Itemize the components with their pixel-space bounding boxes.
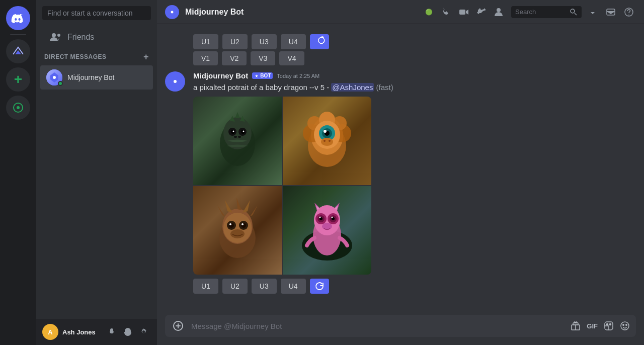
gift-button[interactable] — [569, 319, 583, 333]
svg-point-21 — [238, 136, 241, 138]
svg-point-20 — [234, 136, 237, 138]
svg-point-70 — [610, 324, 611, 325]
react-button[interactable] — [588, 73, 602, 87]
sticker-button[interactable] — [602, 319, 616, 333]
message-mention[interactable]: @AshJones — [331, 83, 374, 92]
bot-label: BOT — [260, 73, 271, 78]
svg-rect-6 — [459, 10, 465, 15]
svg-point-73 — [626, 324, 627, 325]
message-text: a pixalted potrait of a baby dragon --v … — [193, 82, 636, 93]
gif-button[interactable]: GIF — [585, 319, 600, 333]
refresh-button-main[interactable] — [310, 279, 329, 294]
svg-point-64 — [629, 79, 631, 81]
svg-point-35 — [324, 140, 326, 142]
svg-point-5 — [171, 11, 174, 13]
svg-point-4 — [53, 76, 56, 79]
u1-button-prev[interactable]: U1 — [193, 34, 218, 49]
svg-point-46 — [230, 229, 245, 238]
svg-point-3 — [57, 34, 60, 37]
refresh-button-prev[interactable] — [310, 34, 329, 49]
dm-user-midjourney[interactable]: Midjourney Bot — [40, 65, 153, 90]
friends-label: Friends — [67, 33, 94, 42]
inbox-button[interactable] — [604, 5, 618, 19]
discord-home-button[interactable] — [6, 6, 30, 30]
u3-button-prev[interactable]: U3 — [252, 34, 277, 49]
bottom-user-info: Ash Jones — [62, 328, 101, 336]
svg-point-45 — [242, 223, 244, 225]
message-text-main: a pixalted potrait of a baby dragon --v … — [193, 83, 331, 92]
v1-button[interactable]: V1 — [193, 51, 218, 65]
prev-message: U1 U2 U3 U4 V1 V2 V3 V4 — [157, 32, 644, 69]
svg-point-61 — [596, 79, 597, 80]
channel-name: Midjourney Bot — [185, 8, 419, 17]
u3-button-main[interactable]: U3 — [252, 279, 277, 294]
image-grid — [193, 97, 371, 275]
u4-button-prev[interactable]: U4 — [281, 34, 306, 49]
channel-icon — [165, 5, 179, 19]
chat-area: Midjourney Bot 🟢 — [157, 0, 644, 345]
bot-avatar — [165, 71, 185, 92]
dm-section-label: DIRECT MESSAGES — [44, 53, 107, 60]
svg-point-43 — [241, 223, 246, 228]
svg-point-8 — [571, 9, 575, 13]
svg-point-72 — [623, 324, 624, 325]
attach-button[interactable] — [169, 315, 187, 337]
svg-point-7 — [497, 8, 501, 12]
emoji-button[interactable] — [618, 319, 632, 333]
message-input[interactable] — [191, 316, 565, 336]
dm-user-name: Midjourney Bot — [67, 73, 114, 81]
reply-button[interactable] — [604, 73, 618, 87]
add-member-button[interactable] — [493, 5, 507, 19]
explore-button[interactable] — [6, 96, 30, 120]
u2-button-main[interactable]: U2 — [222, 279, 248, 294]
dm-user-avatar — [46, 69, 62, 85]
call-button[interactable] — [439, 5, 453, 19]
v2-button[interactable]: V2 — [222, 51, 247, 65]
deafen-button[interactable] — [121, 325, 135, 339]
svg-point-57 — [332, 217, 333, 218]
messages-area[interactable]: U1 U2 U3 U4 V1 V2 V3 V4 — [157, 24, 644, 315]
server-icon-1[interactable] — [6, 39, 30, 63]
svg-point-33 — [324, 130, 327, 133]
help-button[interactable] — [622, 5, 636, 19]
svg-point-13 — [223, 117, 252, 149]
chat-header: Midjourney Bot 🟢 — [157, 0, 644, 24]
online-status-label: 🟢 — [425, 9, 433, 16]
add-dm-button[interactable]: + — [143, 52, 149, 61]
download-button[interactable] — [586, 5, 600, 19]
svg-point-1 — [17, 106, 20, 109]
settings-button[interactable] — [137, 325, 151, 339]
svg-point-71 — [621, 322, 629, 330]
svg-point-2 — [52, 33, 56, 37]
u1-button-main[interactable]: U1 — [193, 279, 218, 294]
dragon-image-2[interactable] — [283, 97, 371, 185]
bot-badge: BOT — [252, 72, 273, 79]
svg-point-18 — [233, 131, 234, 132]
search-input-placeholder: Search — [515, 8, 567, 16]
add-server-button[interactable]: + — [6, 67, 30, 92]
svg-point-56 — [319, 217, 321, 218]
svg-point-69 — [607, 324, 608, 325]
u2-button-prev[interactable]: U2 — [222, 34, 248, 49]
u4-button-main[interactable]: U4 — [281, 279, 306, 294]
mute-button[interactable] — [105, 325, 119, 339]
message-input-area: GIF — [157, 315, 644, 345]
dragon-image-4[interactable] — [283, 186, 371, 275]
more-actions-button[interactable] — [620, 73, 634, 87]
dragon-image-3[interactable] — [193, 186, 282, 275]
bottom-controls — [105, 325, 151, 339]
svg-point-44 — [229, 223, 231, 225]
v3-button[interactable]: V3 — [251, 51, 275, 65]
pin-button[interactable] — [475, 5, 489, 19]
dragon-image-1[interactable] — [193, 97, 282, 185]
message-input-wrapper: GIF — [165, 315, 636, 337]
input-right-actions: GIF — [569, 319, 632, 333]
video-button[interactable] — [457, 5, 471, 19]
search-placeholder-text: Find or start a conversation — [47, 9, 133, 17]
friends-item[interactable]: Friends — [40, 26, 153, 48]
v4-button[interactable]: V4 — [279, 51, 304, 65]
message-content: Midjourney Bot BOT Today at 2:25 AM a pi… — [193, 71, 636, 294]
dm-section-header: DIRECT MESSAGES + — [36, 48, 157, 65]
search-input[interactable]: Search — [511, 6, 582, 18]
search-bar[interactable]: Find or start a conversation — [42, 6, 151, 20]
